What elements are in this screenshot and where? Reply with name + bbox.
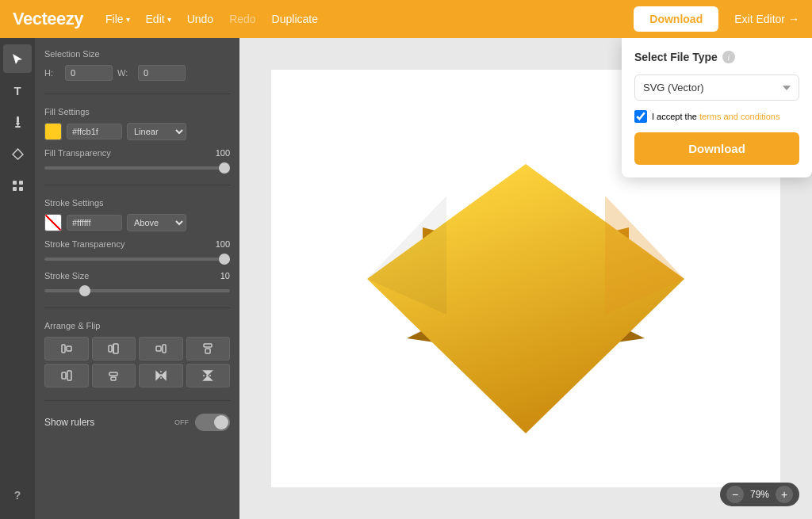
svg-rect-20 (109, 372, 117, 376)
popup-info-icon[interactable]: i (722, 51, 735, 63)
size-row: H: W: (44, 65, 230, 81)
show-rulers-toggle[interactable] (195, 414, 230, 431)
fill-transparency-group: Fill Transparency 100 (44, 148, 230, 172)
width-label: W: (117, 68, 133, 78)
fill-transparency-value: 100 (216, 148, 230, 158)
file-arrow: ▾ (126, 15, 130, 24)
svg-rect-8 (62, 345, 65, 353)
arrange-btn-2[interactable] (92, 337, 136, 361)
arrange-btn-1[interactable] (44, 337, 89, 361)
selection-size-section: Selection Size H: W: (44, 49, 230, 81)
arrange-btn-4[interactable] (186, 337, 231, 361)
terms-link[interactable]: terms and conditions (699, 112, 780, 121)
stroke-transparency-label: Stroke Transparency (44, 239, 125, 249)
stroke-size-slider[interactable] (44, 289, 230, 292)
arrange-grid (44, 337, 230, 387)
nav-redo: Redo (223, 10, 262, 29)
stroke-color-swatch[interactable] (44, 214, 62, 231)
terms-text: I accept the terms and conditions (652, 112, 779, 121)
toggle-knob (214, 415, 228, 429)
svg-marker-3 (13, 149, 23, 159)
divider-2 (44, 185, 230, 185)
svg-marker-33 (605, 196, 684, 315)
stroke-size-group: Stroke Size 10 (44, 271, 230, 295)
text-tool[interactable]: T (3, 76, 32, 105)
show-rulers-label: Show rulers (44, 417, 94, 428)
svg-marker-25 (204, 371, 212, 375)
fill-type-select[interactable]: Linear Radial None (127, 123, 186, 140)
fill-color-row: Linear Radial None (44, 123, 230, 140)
svg-rect-16 (204, 344, 212, 347)
fill-settings-section: Fill Settings Linear Radial None Fill Tr… (44, 107, 230, 172)
svg-rect-9 (67, 346, 71, 351)
popup-title: Select File Type (634, 51, 718, 63)
nav-edit[interactable]: Edit ▾ (140, 10, 178, 29)
svg-rect-15 (163, 345, 166, 353)
nav-duplicate[interactable]: Duplicate (266, 10, 324, 29)
arrange-btn-5[interactable] (44, 364, 89, 387)
stroke-settings-section: Stroke Settings Above Below Center Strok… (44, 198, 230, 295)
logo: Vecteezy (13, 9, 83, 29)
main-layout: T ? Sele (0, 38, 812, 519)
arrange-btn-3[interactable] (139, 337, 183, 361)
divider-3 (44, 307, 230, 308)
height-label: H: (44, 68, 60, 78)
nav-file[interactable]: File ▾ (99, 10, 136, 29)
svg-marker-22 (156, 372, 160, 380)
stroke-size-label: Stroke Size (44, 271, 89, 280)
zoom-out-button[interactable]: − (726, 486, 744, 503)
fill-color-swatch[interactable] (44, 123, 62, 140)
stroke-transparency-slider[interactable] (44, 258, 230, 261)
flip-vertical-btn[interactable] (186, 364, 231, 387)
download-top-button[interactable]: Download (634, 6, 718, 32)
arrange-tool[interactable] (3, 171, 32, 200)
divider-4 (44, 400, 230, 401)
svg-rect-0 (17, 116, 19, 123)
svg-rect-2 (15, 126, 21, 128)
fill-color-input[interactable] (67, 124, 122, 139)
terms-checkbox[interactable] (634, 110, 647, 123)
icon-sidebar: T ? (0, 38, 35, 519)
height-input[interactable] (65, 65, 113, 81)
select-tool[interactable] (3, 44, 32, 73)
svg-rect-17 (205, 349, 210, 353)
fill-transparency-slider[interactable] (44, 166, 230, 170)
shape-tool[interactable] (3, 139, 32, 168)
nav-undo[interactable]: Undo (181, 10, 220, 29)
zoom-in-button[interactable]: + (776, 486, 793, 503)
canvas-area[interactable]: − 79% + Select File Type i SVG (Vector) … (239, 38, 812, 519)
divider-1 (44, 93, 230, 94)
stroke-color-row: Above Below Center (44, 214, 230, 231)
arrange-flip-section: Arrange & Flip (44, 321, 230, 387)
svg-rect-7 (19, 187, 23, 191)
svg-rect-11 (109, 345, 112, 352)
fill-settings-label: Fill Settings (44, 107, 230, 116)
popup-title-row: Select File Type i (634, 51, 799, 63)
pen-tool[interactable] (3, 108, 32, 136)
toggle-group: OFF (174, 414, 230, 431)
svg-rect-14 (156, 346, 161, 351)
svg-rect-18 (62, 372, 66, 379)
stroke-settings-label: Stroke Settings (44, 198, 230, 208)
arrange-btn-6[interactable] (92, 364, 136, 387)
toggle-off-label: OFF (174, 418, 189, 426)
terms-row: I accept the terms and conditions (634, 110, 799, 123)
svg-marker-34 (367, 196, 446, 315)
svg-rect-4 (13, 181, 17, 185)
arrange-flip-label: Arrange & Flip (44, 321, 230, 330)
svg-rect-6 (13, 187, 17, 191)
stroke-position-select[interactable]: Above Below Center (127, 214, 186, 231)
exit-editor-button[interactable]: Exit Editor → (734, 13, 799, 25)
download-popup-button[interactable]: Download (634, 132, 799, 165)
stroke-color-input[interactable] (67, 215, 122, 231)
flip-horizontal-btn[interactable] (139, 364, 183, 387)
stroke-size-value: 10 (220, 271, 230, 280)
edit-arrow: ▾ (167, 15, 171, 24)
nav-menu: File ▾ Edit ▾ Undo Redo Duplicate (99, 10, 324, 29)
stroke-transparency-value: 100 (216, 239, 230, 249)
topnav: Vecteezy File ▾ Edit ▾ Undo Redo Duplica… (0, 0, 812, 38)
file-type-select[interactable]: SVG (Vector) PNG JPG (634, 74, 799, 101)
width-input[interactable] (138, 65, 186, 81)
help-button[interactable]: ? (3, 481, 32, 509)
zoom-value: 79% (750, 489, 769, 500)
